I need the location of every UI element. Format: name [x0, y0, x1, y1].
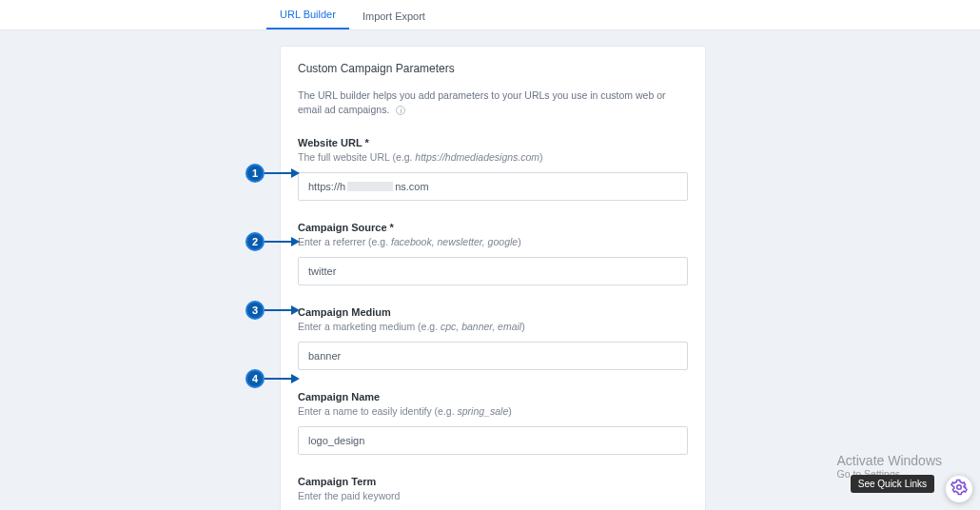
- panel-description-text: The URL builder helps you add parameters…: [298, 89, 666, 115]
- website-url-hint: The full website URL (e.g. https://hdmed…: [298, 151, 688, 163]
- campaign-medium-input[interactable]: [298, 342, 688, 370]
- campaign-term-label: Campaign Term: [298, 476, 688, 487]
- arrow-line-icon: [265, 241, 291, 243]
- campaign-name-hint: Enter a name to easily identify (e.g. sp…: [298, 405, 688, 417]
- annotation-badge-4: 4: [245, 369, 265, 388]
- support-fab-button[interactable]: [946, 476, 972, 502]
- arrow-head-icon: [291, 237, 300, 246]
- top-tab-bar: URL Builder Import Export: [0, 0, 980, 30]
- campaign-source-input[interactable]: [298, 257, 688, 285]
- redacted-segment: [347, 182, 393, 191]
- arrow-line-icon: [265, 172, 291, 174]
- campaign-source-label: Campaign Source *: [298, 222, 688, 233]
- campaign-source-hint: Enter a referrer (e.g. facebook, newslet…: [298, 236, 688, 247]
- field-campaign-medium: Campaign Medium Enter a marketing medium…: [298, 306, 688, 370]
- website-url-label: Website URL *: [298, 137, 688, 148]
- arrow-line-icon: [265, 309, 291, 311]
- website-url-input[interactable]: https://h ns.com: [298, 172, 688, 201]
- campaign-medium-hint: Enter a marketing medium (e.g. cpc, bann…: [298, 321, 688, 332]
- annotation-1: 1: [245, 164, 300, 183]
- arrow-line-icon: [265, 378, 291, 380]
- website-url-value-prefix: https://h: [308, 181, 345, 192]
- watermark-line1: Activate Windows: [837, 453, 942, 468]
- field-website-url: Website URL * The full website URL (e.g.…: [298, 137, 688, 201]
- field-campaign-source: Campaign Source * Enter a referrer (e.g.…: [298, 222, 688, 285]
- arrow-head-icon: [291, 305, 300, 315]
- website-url-value-suffix: ns.com: [395, 181, 428, 192]
- campaign-medium-label: Campaign Medium: [298, 306, 688, 318]
- annotation-badge-2: 2: [245, 232, 265, 251]
- annotation-4: 4: [245, 369, 300, 388]
- arrow-head-icon: [291, 168, 300, 178]
- annotation-2: 2: [245, 232, 300, 251]
- campaign-term-hint: Enter the paid keyword: [298, 490, 688, 501]
- gear-icon: [951, 479, 968, 500]
- panel-title: Custom Campaign Parameters: [298, 62, 688, 75]
- field-campaign-term: Campaign Term Enter the paid keyword: [298, 476, 688, 510]
- arrow-head-icon: [291, 374, 300, 383]
- info-icon[interactable]: i: [396, 106, 405, 115]
- campaign-name-input[interactable]: [298, 426, 688, 455]
- annotation-badge-1: 1: [245, 164, 265, 183]
- tab-import-export[interactable]: Import Export: [349, 5, 439, 29]
- svg-point-0: [957, 485, 962, 490]
- annotation-badge-3: 3: [245, 301, 265, 320]
- annotation-3: 3: [245, 301, 300, 320]
- campaign-name-label: Campaign Name: [298, 391, 688, 402]
- field-campaign-name: Campaign Name Enter a name to easily ide…: [298, 391, 688, 455]
- tab-url-builder[interactable]: URL Builder: [266, 3, 349, 29]
- campaign-parameters-panel: Custom Campaign Parameters The URL build…: [280, 46, 706, 510]
- panel-description: The URL builder helps you add parameters…: [298, 88, 688, 116]
- quick-links-tooltip: See Quick Links: [851, 475, 934, 493]
